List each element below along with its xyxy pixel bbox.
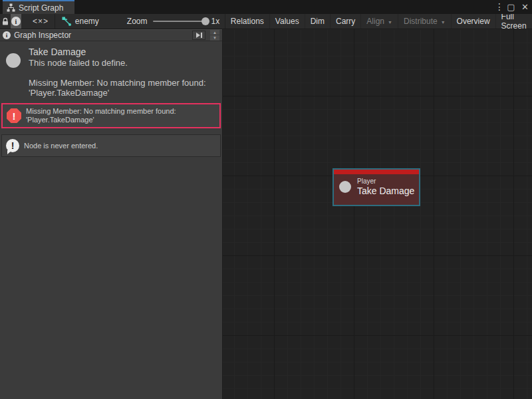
node-error-strip [334,170,419,174]
overview-button[interactable]: Overview [452,14,496,29]
tab-bar: Script Graph ⋮ ▢ ✕ [0,0,532,14]
warning-message-text: Node is never entered. [24,142,98,150]
full-screen-button[interactable]: Full Screen [496,14,532,29]
chevron-down-icon: ▼ [441,20,446,25]
relations-button[interactable]: Relations [225,14,270,29]
zoom-label: Zoom [127,17,148,26]
zoom-value: 1x [211,17,220,26]
spinner-up-button[interactable]: ▲ [210,30,219,35]
graph-toolbar: i <×> enemy Zoom 1x [0,14,532,29]
node-port-icon[interactable] [339,181,351,193]
zoom-slider[interactable] [153,21,206,22]
close-icon[interactable]: ✕ [519,0,531,14]
info-icon: i [11,17,21,26]
script-graph-window: Script Graph ⋮ ▢ ✕ i <×> [0,0,532,399]
code-icon: <×> [33,17,49,26]
graph-inspector-panel: i Graph Inspector ▲ ▼ [0,29,223,399]
graph-canvas[interactable]: Player Take Damage [223,29,532,399]
toolbar-buttons: Relations Values Dim Carry Align ▼ Distr… [225,14,532,29]
error-message-line1: Missing Member: No matching member found… [26,107,176,116]
error-message-line2: 'Player.TakeDamage' [26,116,176,124]
error-message-box: ! Missing Member: No matching member fou… [1,103,221,128]
lock-button[interactable] [0,14,11,29]
graph-name-label: enemy [75,17,99,26]
graph-hierarchy-icon [7,3,15,12]
distribute-dropdown[interactable]: Distribute ▼ [398,14,452,29]
take-damage-node[interactable]: Player Take Damage [332,168,420,206]
chevron-down-icon: ▼ [388,20,392,25]
align-dropdown[interactable]: Align ▼ [361,14,398,29]
values-button[interactable]: Values [270,14,305,29]
graph-reference[interactable]: enemy [55,14,106,29]
spinner-down-button[interactable]: ▼ [210,35,219,41]
tab-title: Script Graph [19,3,63,13]
panel-spinner: ▲ ▼ [210,30,219,41]
zoom-control: Zoom 1x [122,14,225,29]
lock-icon [1,17,9,26]
error-icon: ! [7,108,21,123]
tab-script-graph[interactable]: Script Graph [3,0,74,14]
window-menu-icon[interactable]: ⋮ [495,0,503,14]
dock-icon [195,32,203,39]
zoom-slider-handle[interactable] [201,17,209,25]
inspected-node-header: Take Damage This node failed to define. [0,41,222,68]
maximize-icon[interactable]: ▢ [505,0,517,14]
dock-panel-button[interactable] [192,31,205,40]
dim-button[interactable]: Dim [305,14,331,29]
node-title-label: Take Damage [357,186,414,197]
node-group-label: Player [357,177,414,186]
carry-button[interactable]: Carry [331,14,361,29]
warning-icon: ! [6,139,19,152]
error-detail-text: Missing Member: No matching member found… [29,78,215,98]
inspector-toggle-button[interactable]: i [11,14,21,29]
graph-node-icon [62,17,72,26]
inspected-node-title: Take Damage [29,47,128,58]
graph-inspector-title: Graph Inspector [14,31,189,40]
window-controls: ⋮ ▢ ✕ [495,0,531,14]
graph-inspector-header: i Graph Inspector ▲ ▼ [0,29,222,41]
inspected-node-subtitle: This node failed to define. [29,58,128,68]
node-port-icon [6,53,21,68]
warning-message-box: ! Node is never entered. [1,134,221,157]
preview-code-button[interactable]: <×> [27,14,55,29]
info-icon: i [3,31,11,39]
